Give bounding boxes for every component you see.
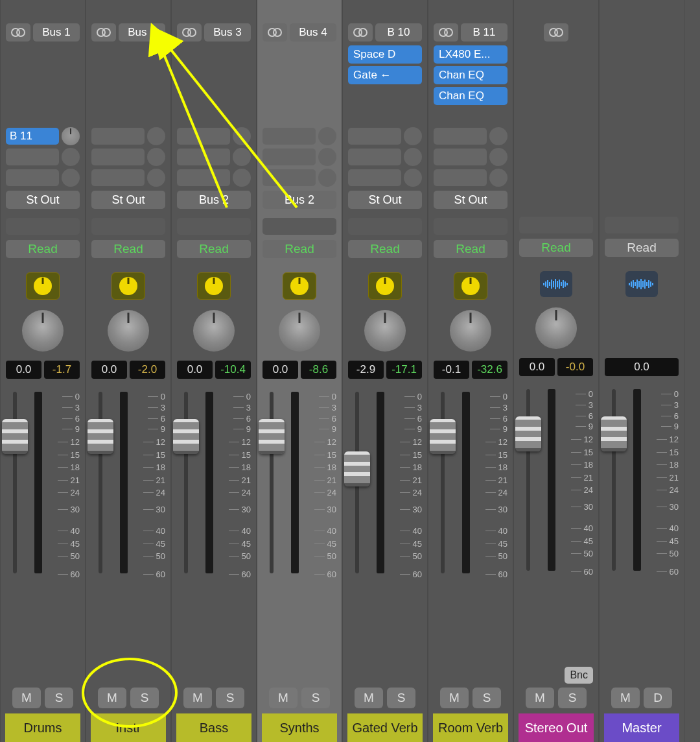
db-value[interactable]: -2.9 [348,361,384,379]
send-slot-empty[interactable] [262,128,316,145]
group-slot[interactable] [434,218,508,235]
send-slot-empty[interactable] [348,128,401,145]
input-slot[interactable]: Bus 1 [33,23,80,42]
send-slot[interactable]: B 11 [6,128,59,145]
stereo-icon[interactable] [91,23,116,42]
pan-indicator[interactable] [111,272,145,300]
peak-value[interactable]: -0.0 [557,358,593,376]
send-slot-empty[interactable] [434,128,487,145]
pan-knob[interactable] [22,310,64,352]
pan-indicator[interactable] [26,272,60,300]
mute-button[interactable]: M [355,688,383,708]
output-slot[interactable]: Bus 2 [177,191,251,209]
mute-button[interactable]: M [611,688,640,708]
send-slot-empty[interactable] [177,128,230,145]
peak-value[interactable]: -2.0 [130,361,165,379]
insert-slot[interactable]: Chan EQ [434,87,508,105]
stereo-icon[interactable] [6,23,30,42]
track-name[interactable]: Synths [262,713,337,742]
db-value[interactable]: -0.1 [434,361,469,379]
input-slot[interactable]: Bus 4 [290,23,336,42]
pan-knob[interactable] [108,310,149,352]
stereo-icon[interactable] [544,23,568,42]
group-slot[interactable] [6,218,80,235]
send-slot-empty[interactable] [177,149,230,165]
send-slot-empty[interactable] [6,169,59,186]
track-name[interactable]: Gated Verb [347,713,423,742]
solo-button[interactable]: S [472,688,501,708]
stereo-icon[interactable] [434,23,458,42]
waveform-icon[interactable] [625,271,658,297]
output-slot[interactable]: St Out [6,191,80,209]
fader-cap[interactable] [515,416,541,451]
output-slot[interactable]: Bus 2 [262,191,336,209]
waveform-icon[interactable] [540,271,572,297]
solo-button[interactable]: D [644,688,672,708]
send-slot-empty[interactable] [434,149,487,165]
mute-button[interactable]: M [526,688,554,708]
db-value[interactable]: 0.0 [262,361,298,379]
send-slot-empty[interactable] [91,169,145,186]
group-slot[interactable] [177,218,251,235]
peak-value[interactable]: -17.1 [386,361,422,379]
fader-track[interactable] [602,389,625,571]
mute-button[interactable]: M [440,688,469,708]
group-slot[interactable] [262,218,336,235]
group-slot[interactable] [605,217,679,233]
group-slot[interactable] [519,217,593,233]
output-slot[interactable]: St Out [91,191,165,209]
send-slot-empty[interactable] [348,149,401,165]
track-name[interactable]: Master [604,713,679,742]
fader-track[interactable] [174,392,198,573]
automation-mode[interactable]: Read [177,240,251,258]
pan-knob[interactable] [535,307,577,349]
track-name[interactable]: Stereo Out [519,713,594,742]
pan-indicator[interactable] [197,272,231,300]
stereo-icon[interactable] [262,23,287,42]
automation-mode[interactable]: Read [6,240,80,258]
automation-mode[interactable]: Read [262,240,336,258]
db-value[interactable]: 0.0 [6,361,41,379]
automation-mode[interactable]: Read [91,240,165,258]
fader-cap[interactable] [2,419,28,454]
pan-knob[interactable] [364,310,406,352]
automation-mode[interactable]: Read [348,240,422,258]
insert-slot[interactable]: LX480 E... [434,45,508,64]
group-slot[interactable] [91,218,165,235]
send-slot-empty[interactable] [262,149,316,165]
stereo-icon[interactable] [348,23,373,42]
db-value[interactable]: 0.0 [177,361,213,379]
bounce-button[interactable]: Bnc [565,667,593,684]
fader-track[interactable] [431,392,454,573]
send-slot-empty[interactable] [6,149,59,165]
peak-value[interactable]: -8.6 [301,361,336,379]
solo-button[interactable]: S [301,688,330,708]
group-slot[interactable] [348,218,422,235]
insert-slot[interactable]: Gate ← [348,66,422,84]
track-name[interactable]: Drums [5,713,80,742]
pan-knob[interactable] [193,310,235,352]
fader-track[interactable] [517,389,540,571]
fader-cap[interactable] [344,451,370,486]
fader-cap[interactable] [601,416,627,451]
send-slot-empty[interactable] [91,149,145,165]
input-slot[interactable]: Bus 2 [119,23,165,42]
automation-mode[interactable]: Read [605,239,679,257]
fader-cap[interactable] [259,419,285,454]
pan-indicator[interactable] [368,272,402,300]
solo-button[interactable]: S [216,688,244,708]
fader-cap[interactable] [88,419,113,454]
peak-value[interactable]: -32.6 [472,361,508,379]
output-slot[interactable]: St Out [348,191,422,209]
fader-cap[interactable] [173,419,199,454]
fader-cap[interactable] [430,419,456,454]
send-knob[interactable] [62,127,80,145]
db-value[interactable]: 0.0 [605,358,679,376]
track-name[interactable]: Bass [176,713,251,742]
send-slot-empty[interactable] [262,169,316,186]
db-value[interactable]: 0.0 [519,358,555,376]
send-slot-empty[interactable] [348,169,401,186]
pan-knob[interactable] [450,310,491,352]
pan-indicator[interactable] [454,272,487,300]
input-slot[interactable]: B 11 [461,23,508,42]
